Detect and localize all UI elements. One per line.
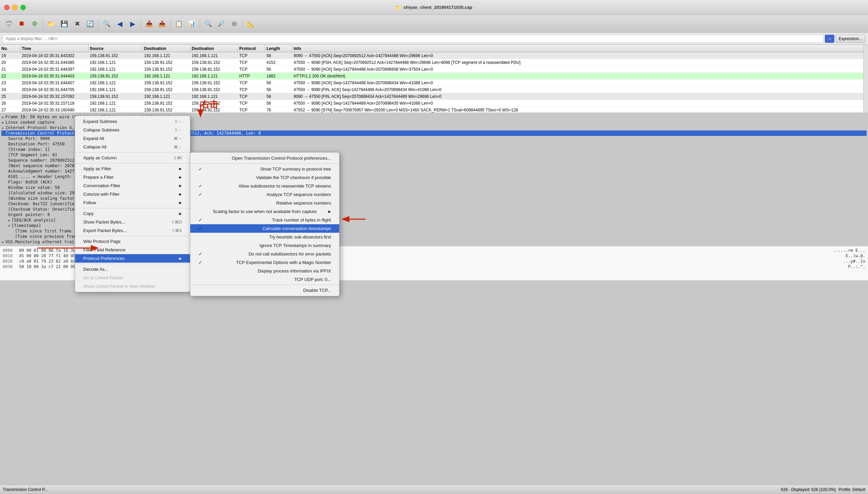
menu-separator [190,163,339,164]
menu-item-expand-subtrees[interactable]: Expand Subtrees⇧→ [75,117,190,126]
menu-item-show-packet-bytes---[interactable]: Show Packet Bytes...⇧⌘O [75,218,190,226]
menu-item-right-disable-tcp---[interactable]: Disable TCP... [190,286,339,295]
menu-item-wiki-protocol-page[interactable]: Wiki Protocol Page [75,237,190,246]
menu-item-right-tcp-udp-port--0---[interactable]: TCP UDP port: 0... [190,275,339,284]
menu-item-right-analyze-tcp-sequence-numbers[interactable]: ✓Analyze TCP sequence numbers [190,190,339,199]
toolbar-sep-5 [200,19,200,29]
display-filter-input[interactable] [3,35,823,43]
back-button[interactable]: ◀ [114,18,126,30]
context-menu-right: Open Transmission Control Protocol prefe… [190,152,340,296]
menu-item-prepare-a-filter[interactable]: Prepare a Filter [75,173,190,181]
col-dest2[interactable]: Destination [190,45,238,52]
menu-item-filter-field-reference[interactable]: Filter Field Reference [75,246,190,254]
table-row[interactable]: 22 2019-04-18 02:35:31.644403 159.138.91… [0,73,868,80]
close-file-button[interactable]: ✖ [71,18,83,30]
menu-item-follow[interactable]: Follow [75,198,190,207]
menu-item-apply-as-filter[interactable]: Apply as Filter [75,164,190,173]
menu-item-copy[interactable]: Copy [75,209,190,218]
menu-item-decode-as---[interactable]: Decode As... [75,265,190,274]
menu-item-export-packet-bytes---[interactable]: Export Packet Bytes...⇧⌘X [75,226,190,235]
toolbar-sep-2 [98,19,99,29]
table-row[interactable]: 26 2019-04-18 02:35:32.157118 192.168.1.… [0,100,868,107]
menu-separator [75,163,190,163]
table-row[interactable]: 27 2019-04-18 02:35:33.160490 192.168.1.… [0,107,868,113]
statusbar-packets: 626 · Displayed: 626 (100.0%) [781,487,836,492]
menu-item-protocol-preferences[interactable]: Protocol Preferences [75,254,190,263]
menu-item-colorize-with-filter[interactable]: Colorize with Filter [75,190,190,198]
maximize-button[interactable] [20,5,26,10]
forward-button[interactable]: ▶ [126,18,139,30]
menu-item-right-calculate-conversation-timesta[interactable]: ✓Calculate conversation timestamps [190,224,339,233]
col-dest1[interactable]: Destination [143,45,190,52]
menu-item-show-linked-packet-in-new-window: Show Linked Packet in New Window [75,282,190,290]
table-row[interactable]: 24 2019-04-18 02:35:31.644705 192.168.1.… [0,86,868,93]
menu-item-right-scaling-factor-to-use-when-not[interactable]: Scaling factor to use when not available… [190,207,339,216]
menu-item-right-show-tcp-summary-in-protocol-t[interactable]: ✓Show TCP summary in protocol tree [190,165,339,173]
menu-separator [190,285,339,285]
stop-capture-button[interactable]: ⏹ [16,18,28,30]
colorize-button[interactable]: 📋 [173,18,185,30]
menu-item-right-track-number-of-bytes-in-fligh[interactable]: ✓Track number of bytes in flight [190,216,339,224]
menu-separator [75,208,190,208]
zoom-in-button[interactable]: 🔍 [202,18,214,30]
col-len[interactable]: Length [265,45,292,52]
col-source[interactable]: Source [88,45,143,52]
table-row[interactable]: 19 2019-04-18 02:35:31.643302 159.138.91… [0,52,868,59]
toolbar-sep-6 [242,19,243,29]
packet-list: 19 2019-04-18 02:35:31.643302 159.138.91… [0,52,868,113]
titlebar: 📁 shiyan_client_201904171035.cap [0,0,868,15]
table-row[interactable]: 23 2019-04-18 02:35:31.644407 192.168.1.… [0,80,868,86]
statusbar: Transmission Control P... 626 · Displaye… [0,484,868,494]
resize-columns-button[interactable]: 📐 [245,18,257,30]
window-title: 📁 shiyan_client_201904171035.cap [396,5,472,10]
goto-button[interactable]: 📥 [143,18,155,30]
menu-item-right-relative-sequence-numbers[interactable]: Relative sequence numbers [190,199,339,207]
toolbar-sep-1 [43,19,43,29]
zoom-normal-button[interactable]: ⊖ [228,18,240,30]
menu-item-collapse-subtrees[interactable]: Collapse Subtrees⇧← [75,126,190,134]
open-file-button[interactable]: 📁 [45,18,57,30]
minimize-button[interactable] [12,5,18,10]
expression-button[interactable]: Expression... [836,35,865,43]
start-capture-button[interactable]: ⚙ [29,18,41,30]
capture-options-button[interactable]: 📤 [156,18,168,30]
toolbar-sep-4 [170,19,171,29]
menu-item-right-try-heuristic-sub-dissectors-f[interactable]: Try heuristic sub-dissectors first [190,233,339,241]
filter-apply-button[interactable]: → [825,35,834,43]
close-button[interactable] [4,5,10,10]
table-row[interactable]: 20 2019-04-18 02:35:31.644385 192.168.1.… [0,59,868,66]
save-file-button[interactable]: 💾 [58,18,70,30]
autoscroll-button[interactable]: 📊 [186,18,198,30]
col-time[interactable]: Time [20,45,88,52]
menu-item-right-allow-subdissector-to-reassemb[interactable]: ✓Allow subdissector to reassemble TCP st… [190,182,339,190]
toolbar-sep-3 [141,19,141,29]
menu-item-go-to-linked-packet: Go to Linked Packet [75,274,190,282]
menu-item-right-do-not-call-subdissectors-for-[interactable]: ✓Do not call subdissectors for error pac… [190,250,339,258]
menu-item-right-ignore-tcp-timestamps-in-summa[interactable]: Ignore TCP Timestamps in summary [190,241,339,250]
col-proto[interactable]: Protocol [238,45,265,52]
table-row[interactable]: 25 2019-04-18 02:35:32.157092 159.138.91… [0,93,868,100]
menu-separator [75,236,190,236]
statusbar-profile: Profile: Default [838,487,865,492]
menu-item-apply-as-column[interactable]: Apply as Column⇧⌘I [75,154,190,162]
col-no[interactable]: No. [0,45,20,52]
col-info[interactable]: Info [292,45,868,52]
reload-button[interactable]: 🔄 [84,18,96,30]
packet-list-header: No. Time Source Destination Destination … [0,45,868,52]
find-button[interactable]: 🔍 [101,18,113,30]
packet-list-scrollbar[interactable] [863,45,868,112]
shark-icon[interactable]: 🦈 [3,18,15,30]
menu-item-right-tcp-experimental-options-with-[interactable]: ✓TCP Experimental Options with a Magic N… [190,258,339,267]
table-row[interactable]: 21 2019-04-18 02:35:31.644397 192.168.1.… [0,66,868,73]
menu-item-right-open-transmission-control-prot[interactable]: Open Transmission Control Protocol prefe… [190,154,339,162]
window-controls[interactable] [4,5,26,10]
menu-item-right-display-process-information-vi[interactable]: Display process information via IPFIX [190,267,339,275]
statusbar-ready: Transmission Control P... [3,487,48,492]
menu-item-expand-all[interactable]: Expand All⌘→ [75,134,190,143]
menu-item-collapse-all[interactable]: Collapse All⌘← [75,143,190,151]
menu-separator [75,264,190,264]
menu-item-conversation-filter[interactable]: Conversation Filter [75,181,190,190]
menu-item-right-validate-the-tcp-checksum-if-p[interactable]: Validate the TCP checksum if possible [190,173,339,182]
zoom-out-button[interactable]: 🔎 [215,18,227,30]
context-menu-left: Expand Subtrees⇧→Collapse Subtrees⇧←Expa… [75,116,190,292]
